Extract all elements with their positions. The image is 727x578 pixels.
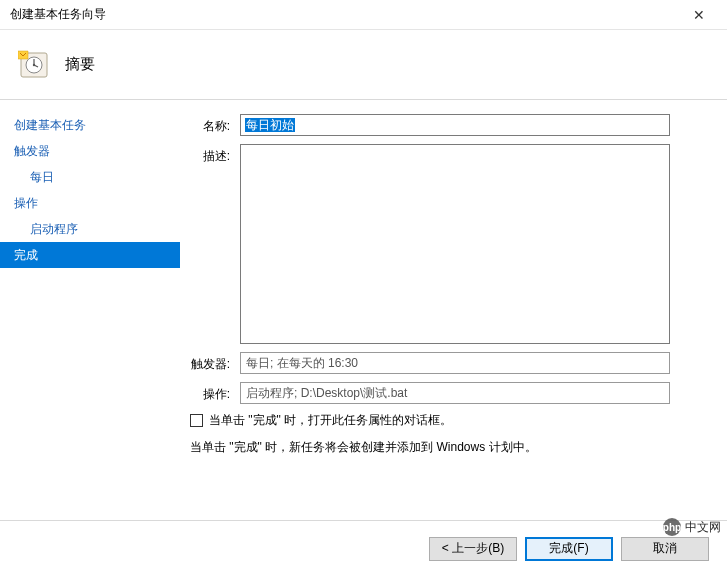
open-properties-checkbox[interactable] xyxy=(190,414,203,427)
sidebar-item-trigger[interactable]: 触发器 xyxy=(0,138,180,164)
close-icon: ✕ xyxy=(693,7,705,23)
action-readonly: 启动程序; D:\Desktop\测试.bat xyxy=(240,382,670,404)
finish-button[interactable]: 完成(F) xyxy=(525,537,613,561)
name-input[interactable]: 每日初始 xyxy=(240,114,670,136)
watermark: php 中文网 xyxy=(663,518,721,536)
window-title: 创建基本任务向导 xyxy=(10,6,106,23)
wizard-steps-sidebar: 创建基本任务 触发器 每日 操作 启动程序 完成 xyxy=(0,100,180,520)
action-label: 操作: xyxy=(180,382,240,403)
wizard-body: 创建基本任务 触发器 每日 操作 启动程序 完成 名称: 每日初始 描述: 触发… xyxy=(0,100,727,520)
wizard-header: 摘要 xyxy=(0,30,727,100)
svg-marker-5 xyxy=(18,51,28,59)
page-title: 摘要 xyxy=(65,55,95,74)
wizard-info-text: 当单击 "完成" 时，新任务将会被创建并添加到 Windows 计划中。 xyxy=(190,439,707,456)
trigger-label: 触发器: xyxy=(180,352,240,373)
sidebar-item-daily[interactable]: 每日 xyxy=(0,164,180,190)
wizard-main: 名称: 每日初始 描述: 触发器: 每日; 在每天的 16:30 操作: 启动程… xyxy=(180,100,727,520)
watermark-logo-icon: php xyxy=(663,518,681,536)
sidebar-item-finish[interactable]: 完成 xyxy=(0,242,180,268)
open-properties-label[interactable]: 当单击 "完成" 时，打开此任务属性的对话框。 xyxy=(209,412,452,429)
name-label: 名称: xyxy=(180,114,240,135)
sidebar-item-action[interactable]: 操作 xyxy=(0,190,180,216)
summary-icon xyxy=(18,49,50,81)
close-button[interactable]: ✕ xyxy=(679,2,719,28)
description-textarea[interactable] xyxy=(240,144,670,344)
titlebar: 创建基本任务向导 ✕ xyxy=(0,0,727,30)
watermark-text: 中文网 xyxy=(685,519,721,536)
trigger-readonly: 每日; 在每天的 16:30 xyxy=(240,352,670,374)
wizard-footer: < 上一步(B) 完成(F) 取消 xyxy=(0,520,727,576)
cancel-button[interactable]: 取消 xyxy=(621,537,709,561)
back-button[interactable]: < 上一步(B) xyxy=(429,537,517,561)
sidebar-item-start-program[interactable]: 启动程序 xyxy=(0,216,180,242)
description-label: 描述: xyxy=(180,144,240,165)
sidebar-item-create-task[interactable]: 创建基本任务 xyxy=(0,112,180,138)
